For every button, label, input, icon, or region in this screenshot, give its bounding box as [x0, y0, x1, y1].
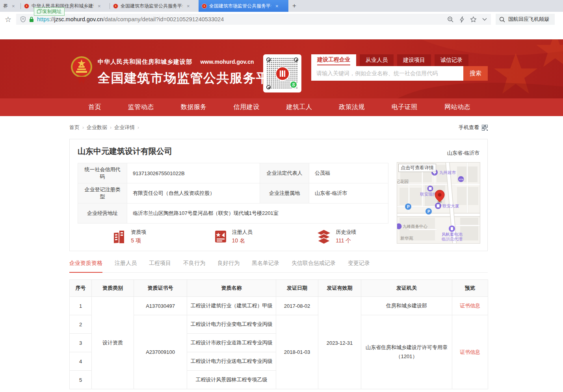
- tab-qualifications[interactable]: 企业资质资格: [69, 260, 102, 273]
- zoom-out-icon[interactable]: [447, 16, 454, 23]
- search-button[interactable]: 搜索: [463, 66, 488, 81]
- browser-address-bar: ☆ https://jzsc.mohurd.gov.cn/data/compan…: [0, 12, 563, 27]
- url-protocol: https: [37, 16, 49, 22]
- cell-validity: 2023-12-31: [318, 297, 361, 389]
- nav-site-news[interactable]: 网站动态: [444, 103, 470, 111]
- tab-blacklist[interactable]: 黑名单记录: [252, 260, 279, 272]
- company-summary-card: 山东中元建筑设计有限公司 山东省-临沂市 统一社会信用代码 9137130267…: [69, 139, 488, 251]
- platform-title: 全国建筑市场监管公共服务平台: [98, 70, 282, 87]
- nav-policy[interactable]: 政策法规: [339, 103, 365, 111]
- chevron-down-icon[interactable]: [482, 18, 487, 21]
- map-label-supermarket: 九州超市: [439, 170, 456, 175]
- browser-tab-platform-active[interactable]: 全国建筑市场监管公共服务平台 ×: [199, 0, 288, 12]
- url-field[interactable]: https://jzsc.mohurd.gov.cn/data/company/…: [16, 14, 491, 25]
- cell-qualification-name: 工程设计建筑行业（建筑工程）甲级: [187, 297, 276, 315]
- search-tab-project[interactable]: 建设项目: [397, 54, 431, 66]
- stat-value: 111 个: [336, 237, 356, 244]
- reg-type-value: 有限责任公司（自然人投资或控股）: [127, 183, 260, 203]
- search-tab-credit[interactable]: 诚信记录: [435, 54, 468, 66]
- nav-e-license[interactable]: 电子证照: [392, 103, 418, 111]
- company-location-map[interactable]: 点击可查看详情 九州超市 ATM: [397, 162, 480, 244]
- map-canvas[interactable]: 九州超市 ATM 联安现代城 联安大厦 P P 九峰商务中心 风帆蓄电池 临沂总…: [397, 163, 480, 244]
- new-tab-button[interactable]: +: [288, 0, 300, 12]
- ministry-name: 中华人民共和国住房和城乡建设部: [98, 58, 192, 65]
- stat-label: 注册人员: [232, 229, 253, 236]
- copy-url-tooltip: 复制网址: [34, 7, 65, 16]
- cell-no: 3: [70, 334, 92, 352]
- address-value: 临沂市兰山区陶然路107号星河晶都（联安）现代城1号楼2201室: [127, 203, 388, 224]
- breadcrumb-company-data[interactable]: 企业数据: [87, 124, 107, 131]
- search-tab-enterprise[interactable]: 建设工程企业: [311, 54, 356, 66]
- site-favicon: [24, 4, 29, 9]
- tab-change-records[interactable]: 变更记录: [348, 260, 370, 272]
- cell-issuer: 住房和城乡建设部: [361, 297, 452, 315]
- bookmark-star-icon[interactable]: ☆: [5, 16, 11, 23]
- shield-icon[interactable]: [20, 16, 26, 22]
- secure-lock-icon[interactable]: [29, 17, 34, 22]
- national-emblem-logo: [70, 54, 93, 84]
- keyword-search-input[interactable]: 请输入关键词，例如企业名称、统一社会信用代码: [311, 66, 463, 81]
- table-header-row: 序号 资质类别 资质证书号 资质名称 发证日期 发证有效期 发证机关 预览: [70, 280, 488, 297]
- tab-close-icon[interactable]: ×: [187, 3, 190, 9]
- nav-supervision[interactable]: 监管动态: [128, 103, 154, 111]
- copy-icon: [37, 10, 41, 13]
- qr-code-icon[interactable]: [482, 125, 488, 131]
- mobile-view-label: 手机查看: [459, 124, 479, 131]
- nav-workers[interactable]: 建筑工人: [286, 103, 312, 111]
- certificate-info-link[interactable]: 证书信息: [460, 349, 480, 355]
- tab-projects[interactable]: 工程项目: [149, 260, 171, 272]
- tab-close-icon[interactable]: ×: [98, 3, 101, 9]
- qr-dots-pattern: S: [266, 57, 298, 89]
- stat-history-performance: 历史业绩 111 个: [284, 229, 388, 244]
- tab-close-icon[interactable]: ×: [12, 3, 15, 9]
- nav-home[interactable]: 首页: [88, 103, 101, 111]
- building-glyph-icon: [280, 70, 285, 77]
- mobile-view-link[interactable]: 手机查看: [459, 124, 488, 131]
- cell-no: 2: [70, 315, 92, 334]
- favorite-star-icon[interactable]: [470, 16, 477, 23]
- browser-tab-partial[interactable]: 界 ×: [0, 0, 20, 12]
- browser-quick-search[interactable]: 国航回应飞机颠簸: [496, 14, 555, 25]
- stat-label: 资质项: [131, 229, 146, 236]
- company-stats: 资质项 5 项 注册人员 10 名 历史: [78, 229, 388, 244]
- tab-close-icon[interactable]: ×: [275, 3, 279, 9]
- table-row: 1 设计资质 A137030497 工程设计建筑行业（建筑工程）甲级 2017-…: [70, 297, 488, 315]
- tab-dishonesty-records[interactable]: 失信联合惩戒记录: [292, 260, 336, 272]
- breadcrumb: 首页 › 企业数据 › 企业详情 › 手机查看: [69, 124, 488, 131]
- site-favicon: [113, 4, 118, 9]
- tab-good-behavior[interactable]: 良好行为: [217, 260, 240, 272]
- map-parking-icon: P: [427, 209, 430, 214]
- qr-miniprogram-icon: S: [290, 81, 297, 89]
- nav-credit[interactable]: 信用建设: [234, 103, 260, 111]
- breadcrumb-company-detail[interactable]: 企业详情: [114, 124, 135, 131]
- map-label-garden: 纪花园: [397, 179, 409, 184]
- cell-cert-no: A237009100: [134, 315, 187, 389]
- browser-tab-platform-1[interactable]: 全国建筑市场监管公共服务平台 ×: [110, 0, 199, 12]
- ministry-url: www.mohurd.gov.cn: [200, 59, 254, 65]
- certificate-book-icon: [214, 229, 228, 244]
- page-url[interactable]: https://jzsc.mohurd.gov.cn/data/company/…: [37, 16, 224, 22]
- credit-code-value: 91371302675501022B: [127, 163, 260, 183]
- legal-rep-value: 公茂福: [309, 163, 388, 183]
- header-qr-code: S: [263, 54, 301, 92]
- qualification-table: 序号 资质类别 资质证书号 资质名称 发证日期 发证有效期 发证机关 预览 1 …: [69, 279, 488, 389]
- url-path: /data/company/detail?id=0021052912405330…: [103, 16, 224, 22]
- breadcrumb-home[interactable]: 首页: [69, 124, 80, 131]
- table-row: 企业登记注册类型 有限责任公司（自然人投资或控股） 企业注册属地 山东省-临沂市: [78, 183, 388, 203]
- lightning-icon[interactable]: [459, 16, 465, 23]
- stat-label: 历史业绩: [336, 229, 356, 236]
- cell-no: 4: [70, 352, 92, 371]
- search-tab-personnel[interactable]: 从业人员: [360, 54, 394, 66]
- nav-data-service[interactable]: 数据服务: [181, 103, 207, 111]
- cell-qualification-name: 工程设计市政行业道路工程专业丙级: [187, 334, 276, 352]
- cell-qualification-name: 工程设计风景园林工程专项乙级: [187, 371, 276, 389]
- certificate-info-link[interactable]: 证书信息: [460, 303, 480, 309]
- qr-eye: [266, 57, 271, 62]
- breadcrumb-separator: ›: [110, 125, 111, 130]
- tab-title: 全国建筑市场监管公共服务平台: [209, 3, 271, 9]
- credit-code-label: 统一社会信用代码: [78, 163, 127, 183]
- site-branding: 中华人民共和国住房和城乡建设部 www.mohurd.gov.cn 全国建筑市场…: [98, 58, 282, 87]
- tab-registered-personnel[interactable]: 注册人员: [115, 260, 137, 272]
- tab-bad-behavior[interactable]: 不良行为: [183, 260, 205, 272]
- cell-no: 1: [70, 297, 92, 315]
